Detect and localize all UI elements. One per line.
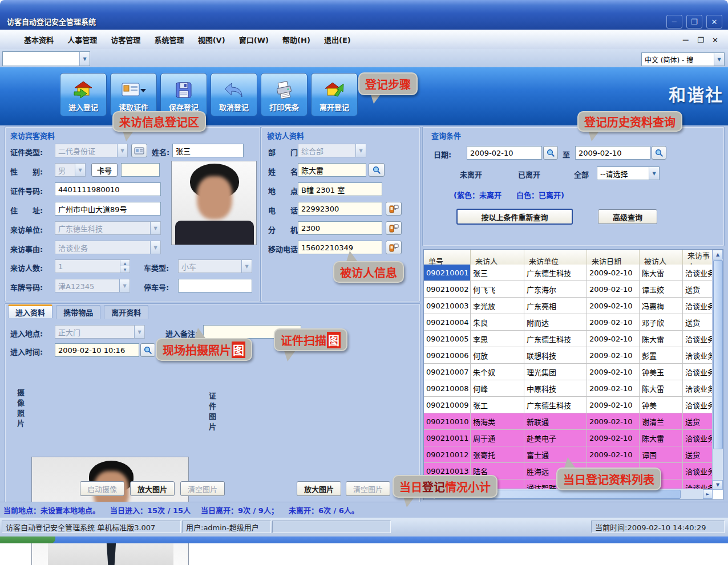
chevron-down-icon[interactable]	[649, 167, 659, 180]
table-cell: 送货	[683, 413, 713, 430]
taskbar-strip[interactable]	[0, 536, 728, 543]
language-selector[interactable]: 中文 (简体) - 搜	[641, 52, 725, 66]
reason-dropdown[interactable]: 洽谈业务	[55, 241, 161, 254]
plate-dropdown[interactable]: 津A12345	[55, 279, 130, 292]
zoom-card-button[interactable]: 放大图片	[297, 481, 341, 496]
enter-register-button[interactable]: 进入登记	[60, 73, 107, 116]
scroll-thumb[interactable]	[713, 260, 723, 449]
vehicle-type-dropdown[interactable]: 小车	[178, 259, 252, 273]
menu-item-visitor[interactable]: 访客管理	[105, 30, 146, 45]
table-row[interactable]: 090210011周于通赴美电子2009-02-10陈大雷洽谈业务	[424, 430, 713, 446]
table-cell: 洽谈业务	[683, 298, 713, 314]
requery-button[interactable]: 按以上条件重新查询	[456, 209, 573, 225]
table-row[interactable]: 090210004朱良附而达2009-02-10邓子欣送货	[424, 314, 713, 331]
chevron-down-icon[interactable]	[134, 326, 144, 338]
child-close-icon[interactable]: ✕	[709, 36, 721, 44]
table-row[interactable]: 090210008何峰中原科技2009-02-10陈大雷洽谈业务	[424, 380, 713, 397]
menu-item-hr[interactable]: 人事管理	[62, 30, 103, 45]
restore-icon[interactable]: ❐	[686, 15, 702, 29]
chevron-down-icon[interactable]	[150, 222, 160, 234]
chevron-down-icon[interactable]	[714, 53, 724, 66]
tab-entry-data[interactable]: 进入资料	[8, 304, 52, 318]
save-register-button[interactable]: 保存登记	[160, 73, 207, 116]
parking-input[interactable]	[178, 279, 252, 292]
chevron-down-icon[interactable]	[150, 241, 160, 254]
unit-dropdown[interactable]: 广东德生科技	[55, 221, 161, 235]
place-input[interactable]: B幢 2301 室	[298, 182, 382, 196]
dial-ext-button[interactable]	[386, 221, 402, 235]
scroll-down-icon[interactable]: ▼	[713, 480, 723, 490]
dial-phone-button[interactable]	[386, 202, 402, 216]
table-row[interactable]: 090210001张三广东德生科技2009-02-10陈大雷洽谈业务	[424, 265, 713, 281]
child-restore-icon[interactable]: ❐	[694, 36, 707, 44]
menu-item-window[interactable]: 窗口(W)	[233, 30, 274, 45]
chevron-down-icon[interactable]: ▼	[120, 266, 130, 273]
date-to-picker-button[interactable]	[652, 146, 666, 160]
date-from-picker-button[interactable]	[543, 146, 558, 160]
table-cell: 附而达	[524, 314, 587, 331]
chevron-down-icon[interactable]	[117, 144, 127, 157]
id-card-reader-button[interactable]	[131, 144, 147, 157]
parking-label: 停车号:	[144, 282, 169, 292]
clear-photo-button[interactable]: 清空图片	[180, 481, 225, 496]
chevron-up-icon[interactable]: ▲	[120, 260, 130, 266]
menu-item-exit[interactable]: 退出(E)	[318, 30, 357, 45]
visitor-name-input[interactable]: 张三	[172, 144, 244, 157]
entry-time-picker-button[interactable]	[140, 343, 155, 357]
child-minimize-icon[interactable]: －	[679, 36, 692, 44]
menu-item-system[interactable]: 系统管理	[148, 30, 189, 45]
leave-register-button[interactable]: 离开登记	[311, 73, 358, 116]
mobile-input[interactable]: 15602210349	[298, 241, 382, 254]
close-icon[interactable]: ✕	[706, 15, 722, 29]
chevron-down-icon[interactable]	[75, 164, 85, 176]
reason-filter-dropdown[interactable]: --请选择	[597, 166, 660, 180]
stepper-arrows[interactable]: ▲▼	[120, 260, 130, 273]
dial-mobile-button[interactable]	[386, 241, 402, 254]
dept-dropdown[interactable]: 综合部	[298, 144, 366, 157]
table-row[interactable]: 090210003李光放广东亮相2009-02-10冯惠梅洽谈业务	[424, 298, 713, 314]
tab-carried-items[interactable]: 携带物品	[56, 305, 100, 319]
window-title: 访客自动登记安全管理系统	[7, 16, 96, 27]
advanced-query-button[interactable]: 高级查询	[598, 209, 657, 224]
quick-select-combobox[interactable]	[2, 51, 90, 66]
start-camera-button[interactable]: 启动摄像	[80, 481, 124, 496]
menu-item-help[interactable]: 帮助(H)	[277, 30, 316, 45]
chevron-down-icon[interactable]	[119, 279, 130, 292]
date-from-input[interactable]: 2009-02-10	[467, 146, 542, 160]
table-row[interactable]: 090210002何飞飞广东海尔2009-02-10谭玉姣送货	[424, 281, 713, 298]
card-no-input[interactable]	[121, 163, 160, 177]
read-card-button[interactable]: 读取证件	[110, 73, 157, 116]
visitee-name-input[interactable]: 陈大雷	[298, 163, 366, 177]
phone-input[interactable]: 22992300	[298, 202, 382, 216]
zoom-photo-button[interactable]: 放大图片	[130, 481, 175, 496]
date-to-input[interactable]: 2009-02-10	[575, 146, 650, 160]
menu-item-basic[interactable]: 基本资料	[18, 30, 59, 45]
scroll-up-icon[interactable]: ▲	[713, 250, 723, 259]
chevron-down-icon[interactable]	[79, 52, 90, 66]
ext-input[interactable]: 2300	[298, 221, 382, 235]
menu-item-view[interactable]: 视图(V)	[192, 30, 231, 45]
start-button-strip[interactable]	[0, 536, 55, 543]
table-row[interactable]: 090210010杨海类新联通2009-02-10谢清兰送货	[424, 413, 713, 430]
minimize-icon[interactable]: ─	[666, 15, 682, 29]
count-stepper[interactable]: 1 ▲▼	[55, 259, 130, 273]
print-slip-button[interactable]: 打印凭条	[261, 73, 308, 116]
clear-card-button[interactable]: 清空图片	[346, 481, 390, 496]
visitee-search-button[interactable]	[369, 163, 385, 177]
cancel-register-button[interactable]: 取消登记	[211, 73, 257, 116]
card-no-button[interactable]: 卡号	[91, 163, 118, 177]
table-row[interactable]: 090210009张工广东德生科技2009-02-10钟美洽谈业务	[424, 397, 713, 413]
scroll-right-icon[interactable]: ►	[703, 489, 713, 499]
chevron-down-icon[interactable]	[241, 260, 252, 273]
vertical-scrollbar[interactable]: ▲ ▼	[712, 250, 723, 490]
gender-dropdown[interactable]: 男	[55, 163, 86, 177]
cert-type-dropdown[interactable]: 二代身份证	[55, 144, 128, 157]
entry-time-input[interactable]: 2009-02-10 10:16	[55, 343, 139, 357]
address-input[interactable]: 广州市中山大道89号	[55, 202, 161, 216]
table-row[interactable]: 090210006何放联想科技2009-02-10彭置洽谈业务	[424, 347, 713, 364]
chevron-down-icon[interactable]	[355, 144, 366, 157]
table-row[interactable]: 090210007朱个奴理光集团2009-02-10钟美玉洽谈业务	[424, 364, 713, 380]
entry-location-dropdown[interactable]: 正大门	[55, 325, 145, 339]
table-row[interactable]: 090210005李思广东德生科技2009-02-10陈大雷洽谈业务	[424, 331, 713, 347]
tab-leave-data[interactable]: 离开资料	[104, 305, 148, 319]
